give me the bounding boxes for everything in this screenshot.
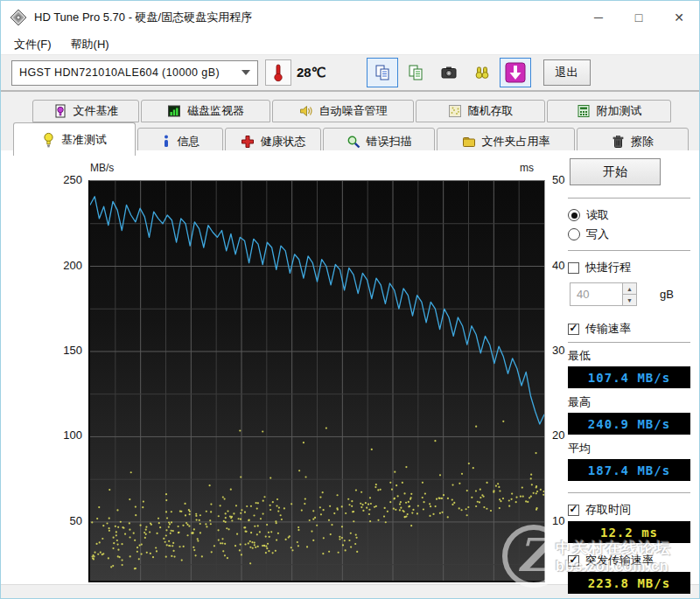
tab-label: 基准测试 [61,132,107,148]
tab-file-benchmark[interactable]: 文件基准 [32,100,139,122]
left-tick: 250 [38,173,82,186]
update-button[interactable] [500,58,531,87]
stepper-up-icon[interactable]: ▲ [622,282,637,295]
start-button[interactable]: 开始 [570,158,661,185]
tab-label: 附加测试 [597,103,642,119]
write-radio[interactable] [568,228,580,240]
write-radio-label: 写入 [586,226,609,242]
tab-label: 随机存取 [468,103,514,119]
write-radio-row[interactable]: 写入 [568,226,692,242]
tab-label: 文件夹占用率 [482,134,550,150]
thermometer-icon [270,63,286,82]
avg-value-display: 187.4 MB/s [568,459,690,481]
maximize-button[interactable]: □ [619,1,659,34]
doc-bulb-icon [53,104,67,118]
benchmark-page: MB/s ms 250 200 150 100 50 50 40 30 20 1… [1,150,699,584]
right-axis-unit: ms [520,162,534,174]
stepper-down-icon[interactable]: ▼ [622,295,637,306]
min-label: 最低 [568,348,692,364]
min-value-display: 107.4 MB/s [568,366,690,388]
tab-label: 擦除 [631,134,654,150]
copy-clipboard-button[interactable] [367,58,398,87]
app-icon [10,9,27,26]
tab-aam[interactable]: 自动噪音管理 [272,100,414,122]
random-dots-icon [448,104,462,118]
temperature-value: 28℃ [297,65,326,80]
left-tick: 150 [38,344,82,357]
health-cross-icon [241,135,255,149]
menu-file[interactable]: 文件(F) [5,34,60,55]
hd-tune-window: HD Tune Pro 5.70 - 硬盘/固态硬盘实用程序 ─ □ ✕ 文件(… [0,0,700,599]
transfer-rate-label: 传输速率 [585,321,631,337]
extra-tests-icon [577,104,591,118]
capacity-input[interactable]: 40 [570,282,622,306]
copy-pages-blue-icon [374,64,391,81]
copy-pages-green-icon [407,64,424,81]
minimize-button[interactable]: ─ [578,1,619,34]
exit-button[interactable]: 退出 [543,59,591,86]
access-time-display: 12.2 ms [568,521,690,543]
access-time-label: 存取时间 [585,502,631,518]
info-icon [161,135,172,149]
tab-strip: 文件基准 磁盘监视器 自动噪音管理 [1,92,699,151]
tab-label: 自动噪音管理 [319,103,388,119]
tab-label: 信息 [178,134,200,150]
benchmark-plot [88,180,545,582]
tab-extra-tests[interactable]: 附加测试 [547,100,671,122]
capacity-stepper[interactable]: ▲ ▼ [622,282,637,306]
close-button[interactable]: ✕ [659,1,699,34]
max-value-display: 240.9 MB/s [568,413,690,435]
speaker-icon [299,104,313,118]
benchmark-controls: 开始 读取 写入 快捷行程 40 ▲ ▼ gB [568,157,692,594]
save-screenshot-button[interactable] [466,58,498,87]
menu-help[interactable]: 帮助(H) [62,34,118,55]
transfer-rate-row[interactable]: 传输速率 [568,321,692,337]
screenshot-button[interactable] [433,58,465,87]
tab-label: 文件基准 [74,103,119,119]
read-radio[interactable] [568,209,580,221]
short-stroke-row[interactable]: 快捷行程 [568,260,692,275]
tab-label: 健康状态 [261,134,306,150]
folder-icon [462,135,476,149]
trash-icon [612,135,625,149]
tab-label: 磁盘监视器 [187,103,244,119]
left-tick: 100 [38,428,82,442]
drive-select[interactable]: HGST HDN721010ALE604 (10000 gB) [11,60,258,86]
bulb-icon [42,132,55,148]
binoculars-icon [473,64,491,81]
tab-random-access[interactable]: 随机存取 [416,100,545,122]
burst-rate-checkbox[interactable] [568,555,579,567]
capacity-unit: gB [660,288,674,301]
toolbar: HGST HDN721010ALE604 (10000 gB) 28℃ [1,55,699,92]
avg-label: 平均 [568,441,692,456]
left-tick: 50 [38,514,82,527]
temperature-button[interactable] [265,59,291,86]
drive-select-value: HGST HDN721010ALE604 (10000 gB) [19,66,220,79]
menubar: 文件(F) 帮助(H) [1,34,699,55]
read-radio-row[interactable]: 读取 [568,207,692,223]
read-radio-label: 读取 [586,207,609,223]
monitor-chart-icon [167,104,181,118]
window-title: HD Tune Pro 5.70 - 硬盘/固态硬盘实用程序 [34,10,252,25]
magnifier-icon [346,135,360,149]
short-stroke-label: 快捷行程 [585,260,631,275]
burst-rate-row[interactable]: 突发传输速率 [568,553,692,568]
left-tick: 200 [38,259,82,272]
titlebar: HD Tune Pro 5.70 - 硬盘/固态硬盘实用程序 ─ □ ✕ [1,1,699,34]
tab-disk-monitor[interactable]: 磁盘监视器 [141,100,270,122]
copy-text-button[interactable] [400,58,431,87]
tab-label: 错误扫描 [367,134,412,150]
access-time-row[interactable]: 存取时间 [568,502,692,518]
camera-icon [440,64,458,81]
burst-rate-display: 223.8 MB/s [568,572,690,594]
left-axis-unit: MB/s [90,162,114,174]
chevron-down-icon [242,70,250,75]
short-stroke-checkbox[interactable] [568,262,579,274]
download-update-icon [505,62,526,83]
tab-benchmark-active[interactable]: 基准测试 [13,122,136,156]
max-label: 最高 [568,394,692,410]
burst-rate-label: 突发传输速率 [585,553,654,568]
access-time-checkbox[interactable] [568,505,579,516]
transfer-rate-checkbox[interactable] [568,324,579,335]
